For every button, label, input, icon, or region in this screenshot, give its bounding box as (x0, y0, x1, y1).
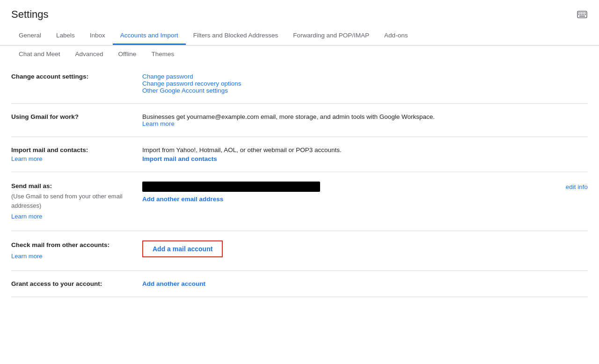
tabs-row1: General Labels Inbox Accounts and Import… (11, 27, 588, 45)
send-mail-learn-more[interactable]: Learn more (11, 212, 142, 221)
grant-access-content: Add another account (142, 280, 588, 287)
check-mail-label: Check mail from other accounts: (11, 241, 110, 248)
section-import-mail: Import mail and contacts: Learn more Imp… (11, 137, 588, 172)
section-grant-access: Grant access to your account: Add anothe… (11, 271, 588, 297)
tab-themes[interactable]: Themes (144, 46, 182, 64)
add-another-email-link[interactable]: Add another email address (142, 196, 223, 203)
tab-labels[interactable]: Labels (49, 27, 82, 45)
change-account-label: Change account settings: (11, 73, 88, 80)
change-account-content: Change password Change password recovery… (142, 73, 588, 94)
section-label-grant-access: Grant access to your account: (11, 280, 142, 287)
svg-rect-7 (580, 14, 581, 15)
svg-rect-2 (580, 13, 581, 14)
import-mail-content: Import from Yahoo!, Hotmail, AOL, or oth… (142, 146, 588, 162)
using-gmail-label: Using Gmail for work? (11, 113, 79, 120)
edit-info-link[interactable]: edit info (566, 183, 588, 190)
svg-rect-8 (582, 14, 583, 15)
section-label-using-gmail: Using Gmail for work? (11, 113, 142, 127)
section-label-check-mail: Check mail from other accounts: Learn mo… (11, 240, 142, 261)
tab-chat-and-meet[interactable]: Chat and Meet (11, 46, 68, 64)
tab-advanced[interactable]: Advanced (68, 46, 111, 64)
using-gmail-content: Businesses get yourname@example.com emai… (142, 113, 588, 127)
tab-forwarding-and-pop[interactable]: Forwarding and POP/IMAP (285, 27, 377, 45)
section-change-account: Change account settings: Change password… (11, 64, 588, 104)
tab-filters-and-blocked[interactable]: Filters and Blocked Addresses (186, 27, 286, 45)
keyboard-icon (577, 9, 588, 20)
using-gmail-learn-more[interactable]: Learn more (142, 120, 175, 127)
send-mail-row: edit info (142, 182, 588, 192)
svg-rect-3 (582, 13, 583, 14)
svg-rect-5 (585, 13, 586, 14)
import-mail-label: Import mail and contacts: (11, 146, 88, 153)
change-password-recovery-link[interactable]: Change password recovery options (142, 80, 241, 87)
using-gmail-description: Businesses get yourname@example.com emai… (142, 113, 435, 120)
tab-inbox[interactable]: Inbox (82, 27, 113, 45)
import-mail-learn-more[interactable]: Learn more (11, 155, 142, 162)
svg-rect-6 (578, 14, 579, 15)
section-using-gmail: Using Gmail for work? Businesses get you… (11, 104, 588, 137)
section-check-mail: Check mail from other accounts: Learn mo… (11, 231, 588, 271)
section-label-import-mail: Import mail and contacts: Learn more (11, 146, 142, 162)
change-password-link[interactable]: Change password (142, 73, 193, 80)
tab-general[interactable]: General (11, 27, 49, 45)
svg-rect-4 (584, 13, 584, 14)
check-mail-content: Add a mail account (142, 240, 588, 261)
tabs-row2: Chat and Meet Advanced Offline Themes (0, 45, 599, 64)
send-mail-subtitle: (Use Gmail to send from your other email… (11, 192, 142, 210)
svg-rect-9 (584, 14, 584, 15)
section-send-mail: Send mail as: (Use Gmail to send from yo… (11, 172, 588, 231)
svg-rect-11 (579, 16, 585, 17)
grant-access-label: Grant access to your account: (11, 280, 102, 287)
section-label-change-account: Change account settings: (11, 73, 142, 94)
settings-content: Change account settings: Change password… (0, 64, 599, 297)
add-mail-account-button[interactable]: Add a mail account (142, 240, 223, 257)
check-mail-learn-more[interactable]: Learn more (11, 252, 142, 261)
send-mail-content: edit info Add another email address (142, 182, 588, 221)
tab-addons[interactable]: Add-ons (377, 27, 415, 45)
import-mail-description: Import from Yahoo!, Hotmail, AOL, or oth… (142, 146, 342, 153)
tab-offline[interactable]: Offline (111, 46, 144, 64)
add-another-account-link[interactable]: Add another account (142, 280, 205, 287)
redacted-email-bar (142, 182, 320, 192)
section-label-send-mail: Send mail as: (Use Gmail to send from yo… (11, 182, 142, 221)
import-mail-action-link[interactable]: Import mail and contacts (142, 155, 217, 162)
svg-rect-1 (578, 13, 579, 14)
page-title: Settings (11, 8, 49, 21)
tab-accounts-and-import[interactable]: Accounts and Import (113, 27, 186, 45)
send-mail-label: Send mail as: (11, 182, 52, 189)
svg-rect-10 (585, 14, 586, 15)
other-google-account-link[interactable]: Other Google Account settings (142, 87, 228, 94)
